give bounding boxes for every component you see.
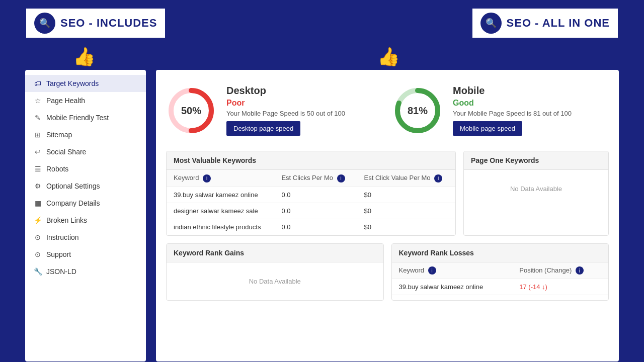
sidebar-label-robots: Robots (46, 165, 68, 173)
mobile-speed-info: Mobile Good Your Mobile Page Speed is 81… (453, 85, 572, 136)
desktop-donut: 50% (166, 85, 216, 136)
rank-losses-header: Keyword Rank Losses (392, 244, 609, 262)
keywords-tables-row: Most Valuable Keywords Keyword i Est Cli… (166, 151, 609, 236)
keyword-rank-losses-section: Keyword Rank Losses Keyword i Position (… (391, 243, 609, 301)
tag-icon: 🏷 (33, 79, 42, 87)
main-content: 50% Desktop Poor Your Mobile Page Speed … (156, 70, 619, 361)
rank-gains-no-data: No Data Available (167, 262, 383, 300)
loss-keyword-info-icon: i (428, 266, 436, 275)
table-row: 39.buy salwar kameez online 0.0 $0 (167, 187, 455, 203)
sidebar-label-instruction: Instruction (46, 233, 79, 241)
sidebar-label-support: Support (46, 250, 71, 258)
rank-losses-table: Keyword i Position (Change) i 39.buy sal… (392, 262, 609, 296)
col-clicks: Est Clicks Per Mo i (274, 170, 357, 187)
clicks-cell: 0.0 (274, 187, 357, 203)
sidebar: 🏷 Target Keywords ☆ Page Health ✎ Mobile… (25, 70, 146, 361)
position-info-icon: i (576, 266, 584, 275)
optional-settings-icon: ⚙ (33, 182, 42, 190)
loss-keyword-cell: 39.buy salwar kameez online (392, 279, 513, 295)
keyword-cell: 39.buy salwar kameez online (167, 187, 274, 203)
thumbs-up-left-icon: 👍 (73, 46, 96, 67)
col-value: Est Click Value Per Mo i (357, 170, 455, 187)
thumbs-up-right-icon: 👍 (377, 46, 400, 67)
desktop-speed-card: 50% Desktop Poor Your Mobile Page Speed … (166, 80, 382, 141)
desktop-speed-info: Desktop Poor Your Mobile Page Speed is 5… (226, 85, 345, 136)
page-one-keywords-section: Page One Keywords No Data Available (463, 151, 609, 236)
seo-includes-logo: 🔍 SEO - INCLUDES (25, 8, 166, 39)
keyword-rank-gains-section: Keyword Rank Gains No Data Available (166, 243, 384, 301)
seo-includes-title: SEO - INCLUDES (60, 17, 157, 30)
sidebar-item-mobile-friendly[interactable]: ✎ Mobile Friendly Test (25, 109, 146, 126)
sidebar-item-social-share[interactable]: ↩ Social Share (25, 143, 146, 160)
mobile-page-speed-button[interactable]: Mobile page speed (453, 121, 522, 136)
keyword-cell: designer salwar kameez sale (167, 203, 274, 219)
value-info-icon: i (434, 174, 442, 183)
broken-links-icon: ⚡ (33, 216, 42, 224)
table-row: designer salwar kameez sale 0.0 $0 (167, 203, 455, 219)
sidebar-item-target-keywords[interactable]: 🏷 Target Keywords (25, 75, 146, 92)
desktop-status: Poor (226, 99, 345, 108)
mobile-donut: 81% (392, 85, 443, 136)
sidebar-item-sitemap[interactable]: ⊞ Sitemap (25, 126, 146, 143)
sidebar-item-instruction[interactable]: ⊙ Instruction (25, 229, 146, 246)
table-row: 39.buy salwar kameez online 17 (-14 ↓) (392, 279, 609, 295)
seo-allinone-logo: 🔍 SEO - ALL IN ONE (471, 8, 619, 39)
sidebar-item-company-details[interactable]: ▦ Company Details (25, 195, 146, 212)
table-header-row: Keyword i Est Clicks Per Mo i Est Click … (167, 170, 455, 187)
mobile-status: Good (453, 99, 572, 108)
json-ld-icon: 🔧 (33, 267, 42, 276)
sidebar-label-json-ld: JSON-LD (46, 267, 76, 276)
sitemap-icon: ⊞ (33, 131, 42, 139)
sidebar-label-social-share: Social Share (46, 148, 86, 156)
sidebar-item-json-ld[interactable]: 🔧 JSON-LD (25, 263, 146, 280)
company-details-icon: ▦ (33, 199, 42, 207)
desktop-score-label: 50% (181, 105, 201, 116)
sidebar-item-optional-settings[interactable]: ⚙ Optional Settings (25, 177, 146, 195)
most-valuable-keywords-header: Most Valuable Keywords (167, 151, 455, 170)
support-icon: ⊙ (33, 250, 42, 258)
col-keyword: Keyword i (167, 170, 274, 187)
rank-gains-header: Keyword Rank Gains (167, 244, 383, 262)
col-loss-keyword: Keyword i (392, 262, 513, 279)
most-valuable-keywords-section: Most Valuable Keywords Keyword i Est Cli… (166, 151, 456, 236)
sidebar-label-mobile-friendly: Mobile Friendly Test (46, 114, 109, 122)
sidebar-item-robots[interactable]: ☰ Robots (25, 160, 146, 177)
sidebar-label-target-keywords: Target Keywords (46, 79, 99, 87)
speed-cards-row: 50% Desktop Poor Your Mobile Page Speed … (166, 80, 609, 141)
col-position-change: Position (Change) i (512, 262, 608, 279)
robots-icon: ☰ (33, 165, 42, 173)
mobile-speed-card: 81% Mobile Good Your Mobile Page Speed i… (392, 80, 609, 141)
sidebar-item-page-health[interactable]: ☆ Page Health (25, 92, 146, 109)
page-health-icon: ☆ (33, 97, 42, 105)
sidebar-label-company-details: Company Details (46, 199, 100, 207)
rank-tables-row: Keyword Rank Gains No Data Available Key… (166, 243, 609, 301)
most-valuable-keywords-table: Keyword i Est Clicks Per Mo i Est Click … (167, 170, 455, 235)
mobile-friendly-icon: ✎ (33, 114, 42, 122)
social-share-icon: ↩ (33, 148, 42, 156)
desktop-title: Desktop (226, 85, 345, 97)
page-one-keywords-header: Page One Keywords (464, 151, 608, 170)
sidebar-label-broken-links: Broken Links (46, 216, 87, 224)
sidebar-item-broken-links[interactable]: ⚡ Broken Links (25, 212, 146, 229)
clicks-info-icon: i (337, 174, 345, 183)
sidebar-label-sitemap: Sitemap (46, 131, 72, 139)
sidebar-label-optional-settings: Optional Settings (46, 182, 100, 190)
seo-allinone-icon: 🔍 (480, 13, 502, 34)
desktop-description: Your Mobile Page Speed is 50 out of 100 (226, 110, 345, 117)
desktop-page-speed-button[interactable]: Desktop page speed (226, 121, 300, 136)
mobile-title: Mobile (453, 85, 572, 97)
rank-losses-header-row: Keyword i Position (Change) i (392, 262, 609, 279)
clicks-cell: 0.0 (274, 203, 357, 219)
value-cell: $0 (357, 187, 455, 203)
sidebar-label-page-health: Page Health (46, 97, 85, 105)
page-one-no-data: No Data Available (464, 170, 608, 208)
keyword-info-icon: i (203, 174, 211, 183)
seo-allinone-title: SEO - ALL IN ONE (507, 17, 610, 30)
table-row: indian ethnic lifestyle products 0.0 $0 (167, 219, 455, 235)
clicks-cell: 0.0 (274, 219, 357, 235)
instruction-icon: ⊙ (33, 233, 42, 241)
keyword-cell: indian ethnic lifestyle products (167, 219, 274, 235)
value-cell: $0 (357, 203, 455, 219)
mobile-score-label: 81% (408, 105, 428, 116)
sidebar-item-support[interactable]: ⊙ Support (25, 246, 146, 263)
